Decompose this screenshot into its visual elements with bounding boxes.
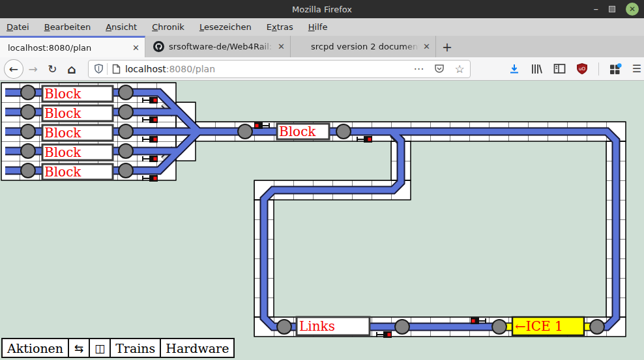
tracking-shield-icon[interactable] [94,63,104,74]
hamburger-menu-icon[interactable]: ☰ [632,62,641,75]
tab-title: srcpd version 2 documenta [311,42,419,51]
url-bar[interactable]: localhost:8080/plan ⋯ ☆ [88,60,471,78]
menu-datei[interactable]: Datei [7,22,29,32]
block-label: Block [44,105,81,121]
url-text[interactable]: localhost:8080/plan [125,64,413,74]
block-label-links: Links [299,318,335,334]
menu-lesezeichen[interactable]: Lesezeichen [199,22,252,32]
tab-title: srsoftware-de/Web4Rail: B [169,42,274,51]
maximize-icon[interactable] [609,6,615,12]
reload-button[interactable]: ↻ [42,59,62,79]
menu-hilfe[interactable]: Hilfe [308,22,328,32]
tab-github[interactable]: srsoftware-de/Web4Rail: B ✕ [145,36,291,57]
menu-ansicht[interactable]: Ansicht [106,22,137,32]
library-icon[interactable] [531,63,543,75]
svg-text:uO: uO [579,66,585,72]
window-titlebar: Mozilla Firefox – ✕ [0,0,644,18]
window-title: Mozilla Firefox [0,5,644,14]
extension-icon[interactable] [609,63,622,75]
menu-bearbeiten[interactable]: Bearbeiten [44,22,91,32]
pocket-icon[interactable] [433,63,445,75]
block-label: Block [44,164,81,180]
menu-bar: Datei Bearbeiten Ansicht Chronik Lesezei… [0,18,644,36]
menu-extras[interactable]: Extras [267,22,293,32]
new-tab-button[interactable]: + [436,36,458,57]
track-plan[interactable]: Block Block Block Block Block Block Link… [0,81,644,360]
menu-chronik[interactable]: Chronik [152,22,184,32]
bottom-menu: Aktionen ⇆ ◫ Trains Hardware [1,338,235,358]
train-block-label: ←ICE 1 [515,318,563,334]
tab-srcpd[interactable]: srcpd version 2 documenta ✕ [291,36,436,57]
divider [107,63,108,75]
block-label: Block [44,145,81,160]
navigation-toolbar: ← → ↻ ⌂ localhost:8080/plan ⋯ ☆ [0,57,644,81]
github-icon [153,41,164,52]
block-label: Block [44,125,81,141]
sidebar-icon[interactable] [553,63,566,74]
close-icon[interactable]: ✕ [626,3,639,16]
divider [598,62,599,76]
aktionen-button[interactable]: Aktionen [1,338,69,358]
block-label: Block [44,86,81,102]
page-icon [112,64,121,74]
tab-close-icon[interactable]: ✕ [132,43,139,53]
tab-title: localhost:8080/plan [8,43,128,53]
tab-plan[interactable]: localhost:8080/plan ✕ [0,36,145,57]
tab-close-icon[interactable]: ✕ [423,42,430,51]
bookmark-star-icon[interactable]: ☆ [454,62,464,76]
tab-bar: localhost:8080/plan ✕ srsoftware-de/Web4… [0,36,644,57]
split-view-icon[interactable]: ◫ [89,338,111,358]
block-label: Block [279,124,316,139]
back-button[interactable]: ← [4,59,23,79]
track-plan-area: Block Block Block Block Block Block Link… [0,81,644,360]
minimize-icon[interactable]: – [594,6,599,12]
page-actions-icon[interactable]: ⋯ [413,62,424,75]
hardware-button[interactable]: Hardware [160,338,235,358]
swap-direction-icon[interactable]: ⇆ [68,338,90,358]
home-button[interactable]: ⌂ [62,59,81,79]
tab-close-icon[interactable]: ✕ [278,42,285,51]
download-icon[interactable] [508,63,520,75]
forward-button: → [23,59,43,79]
ublock-icon[interactable]: uO [576,62,588,75]
trains-button[interactable]: Trains [110,338,161,358]
